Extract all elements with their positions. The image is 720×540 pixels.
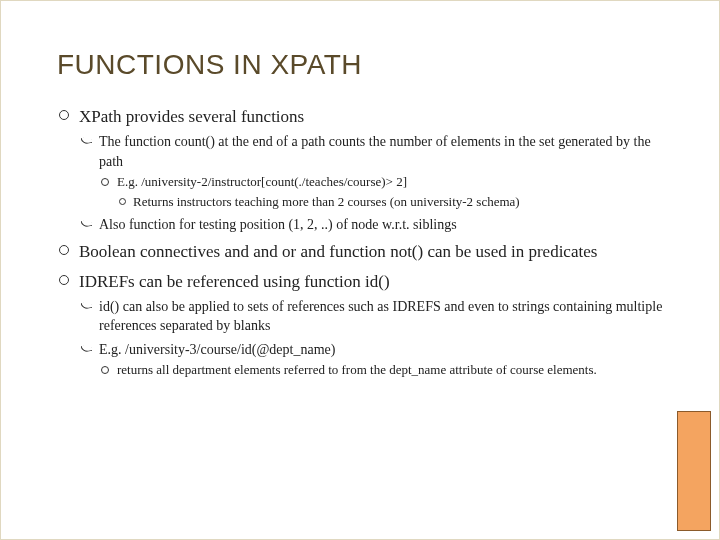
text-fragment: and xyxy=(249,242,282,261)
code-id: id() xyxy=(365,272,390,291)
bullet-list-level4: Returns instructors teaching more than 2… xyxy=(117,193,663,211)
text-fragment: and function xyxy=(296,242,390,261)
code-or: or xyxy=(282,242,296,261)
code-not: not() xyxy=(390,242,423,261)
bullet-id-sets: id() can also be applied to sets of refe… xyxy=(79,297,663,336)
bullet-xpath-functions: XPath provides several functions The fun… xyxy=(57,105,663,234)
bullet-boolean-connectives: Boolean connectives and and or and funct… xyxy=(57,240,663,263)
bullet-list-level2: The function count() at the end of a pat… xyxy=(79,132,663,234)
bullet-list-level3: returns all department elements referred… xyxy=(99,361,663,379)
bullet-count-function: The function count() at the end of a pat… xyxy=(79,132,663,211)
text-fragment: IDREFs can be referenced using function xyxy=(79,272,365,291)
text-fragment: can also be applied to sets of reference… xyxy=(99,299,662,333)
bullet-list-level3: E.g. /university-2/instructor[count(./te… xyxy=(99,173,663,211)
example-code: /university-2/instructor[count(./teaches… xyxy=(141,174,407,189)
bullet-example-note: Returns instructors teaching more than 2… xyxy=(117,193,663,211)
bullet-example-id: E.g. /university-3/course/id(@dept_name)… xyxy=(79,340,663,379)
text-fragment: Boolean connectives xyxy=(79,242,224,261)
code-and: and xyxy=(224,242,249,261)
bullet-text: IDREFs can be referenced using function … xyxy=(79,272,390,291)
example-code: /university-3/course/id(@dept_name) xyxy=(125,342,335,357)
bullet-example-count: E.g. /university-2/instructor[count(./te… xyxy=(99,173,663,211)
slide-content: XPath provides several functions The fun… xyxy=(57,105,663,379)
side-accent-bar xyxy=(677,411,711,531)
text-fragment: can be used in predicates xyxy=(423,242,597,261)
bullet-list-level1: XPath provides several functions The fun… xyxy=(57,105,663,379)
bullet-example-note: returns all department elements referred… xyxy=(99,361,663,379)
code-count: count() xyxy=(174,134,214,149)
example-label: E.g. xyxy=(117,174,141,189)
example-label: E.g. xyxy=(99,342,125,357)
slide: FUNCTIONS IN XPATH XPath provides severa… xyxy=(0,0,720,540)
bullet-text: Boolean connectives and and or and funct… xyxy=(79,242,597,261)
bullet-position-function: Also function for testing position (1, 2… xyxy=(79,215,663,234)
code-id: id() xyxy=(99,299,119,314)
bullet-list-level2: id() can also be applied to sets of refe… xyxy=(79,297,663,379)
text-fragment: The function xyxy=(99,134,174,149)
slide-title: FUNCTIONS IN XPATH xyxy=(57,49,663,81)
bullet-text: XPath provides several functions xyxy=(79,107,304,126)
bullet-idrefs: IDREFs can be referenced using function … xyxy=(57,270,663,379)
